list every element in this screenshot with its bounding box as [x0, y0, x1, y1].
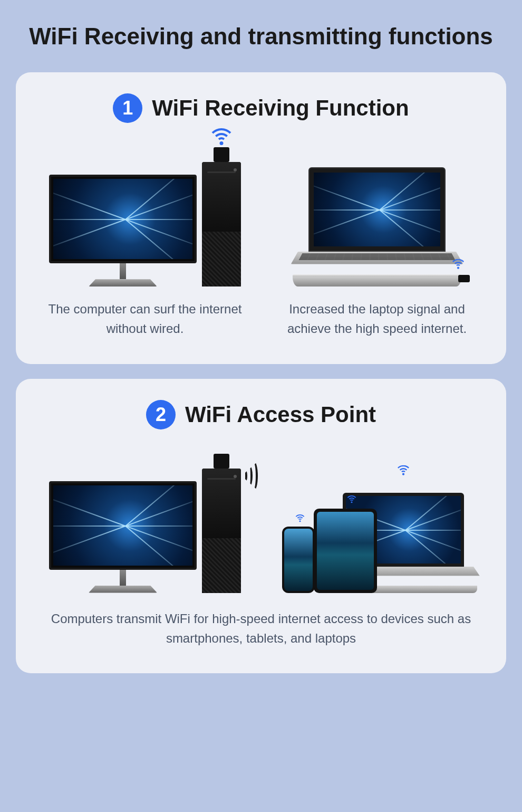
- column-desktop-ap: [37, 445, 253, 593]
- badge-number-2: 2: [146, 400, 176, 429]
- card-title-1: WiFi Receiving Function: [152, 95, 409, 121]
- wifi-signal-icon: [449, 254, 468, 269]
- card-title-2: WiFi Access Point: [185, 402, 376, 427]
- card-header: 1 WiFi Receiving Function: [37, 93, 485, 123]
- tablet-icon: [314, 509, 377, 593]
- usb-wifi-dongle-icon: [214, 147, 229, 162]
- smartphone-icon: [282, 527, 315, 593]
- card-wifi-access-point: 2 WiFi Access Point: [16, 379, 506, 673]
- pc-tower-icon: [202, 162, 241, 286]
- illustration-desktop-ap: [37, 445, 253, 593]
- monitor-icon: [49, 481, 197, 593]
- usb-wifi-dongle-icon: [458, 275, 470, 282]
- usb-wifi-dongle-icon: [214, 454, 229, 469]
- illustration-desktop-receiving: [37, 139, 253, 286]
- caption-desktop: The computer can surf the internet witho…: [37, 299, 253, 338]
- monitor-icon: [49, 175, 197, 286]
- column-devices: [269, 445, 485, 593]
- column-laptop: Increased the laptop signal and achieve …: [269, 139, 485, 338]
- card-wifi-receiving: 1 WiFi Receiving Function: [16, 72, 506, 364]
- illustration-laptop-receiving: [269, 139, 485, 286]
- page-title: WiFi Receiving and transmitting function…: [16, 21, 506, 51]
- badge-number-1: 1: [113, 93, 142, 123]
- wifi-signal-icon: [206, 121, 237, 145]
- laptop-icon: [293, 167, 461, 286]
- wifi-signal-icon: [293, 511, 307, 522]
- caption-laptop: Increased the laptop signal and achieve …: [269, 299, 485, 338]
- caption-access-point: Computers transmit WiFi for high-speed i…: [37, 609, 485, 648]
- column-desktop: The computer can surf the internet witho…: [37, 139, 253, 338]
- wifi-signal-icon: [394, 461, 413, 475]
- pc-tower-icon: [202, 469, 241, 593]
- wifi-signal-icon: [345, 492, 359, 503]
- illustration-devices: [269, 445, 485, 593]
- card-header: 2 WiFi Access Point: [37, 400, 485, 429]
